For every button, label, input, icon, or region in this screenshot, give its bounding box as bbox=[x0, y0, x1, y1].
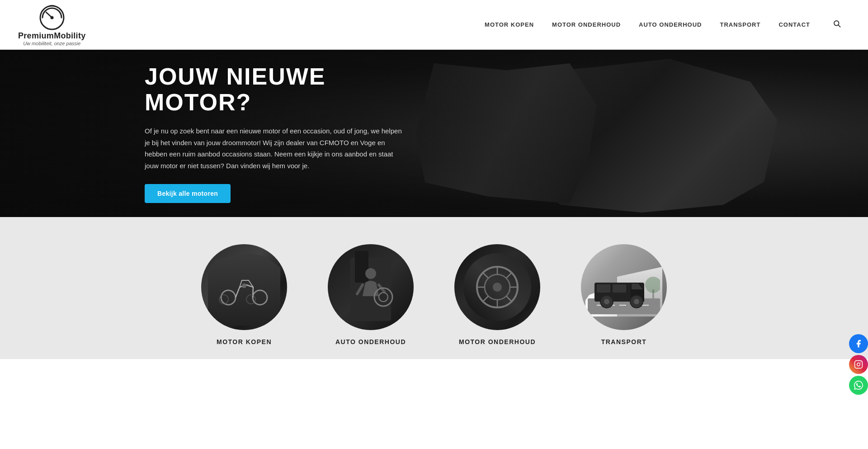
service-circle-motor bbox=[454, 244, 540, 330]
facebook-button[interactable] bbox=[849, 334, 868, 353]
hero-cta-button[interactable]: Bekijk alle motoren bbox=[145, 184, 231, 203]
service-label-auto: AUTO ONDERHOUD bbox=[335, 338, 406, 345]
logo-icon bbox=[36, 3, 68, 30]
search-button[interactable] bbox=[833, 19, 841, 30]
hero-section: JOUW NIEUWE MOTOR? Of je nu op zoek bent… bbox=[0, 50, 868, 217]
svg-point-1 bbox=[50, 16, 53, 19]
service-label-motor: MOTOR ONDERHOUD bbox=[459, 338, 536, 345]
svg-line-19 bbox=[483, 273, 488, 278]
services-section: MOTOR KOPEN AUTO ONDERHOUD bbox=[0, 217, 868, 359]
svg-point-9 bbox=[365, 268, 376, 279]
motor-onderhoud-icon bbox=[470, 260, 524, 314]
nav-motor-onderhoud[interactable]: MOTOR ONDERHOUD bbox=[552, 21, 621, 28]
svg-line-20 bbox=[506, 296, 512, 302]
svg-line-21 bbox=[506, 273, 512, 278]
svg-point-6 bbox=[242, 284, 246, 288]
service-item-motor[interactable]: MOTOR ONDERHOUD bbox=[452, 244, 542, 345]
facebook-icon bbox=[854, 339, 863, 348]
svg-line-22 bbox=[483, 296, 488, 302]
logo-tagline: Uw mobiliteit, onze passie bbox=[23, 41, 80, 46]
svg-rect-33 bbox=[652, 289, 654, 298]
transport-icon bbox=[588, 260, 660, 314]
service-item-auto[interactable]: AUTO ONDERHOUD bbox=[326, 244, 416, 345]
svg-line-3 bbox=[838, 25, 840, 27]
svg-rect-34 bbox=[855, 361, 863, 369]
hero-content: JOUW NIEUWE MOTOR? Of je nu op zoek bent… bbox=[0, 64, 407, 203]
svg-point-35 bbox=[857, 363, 860, 366]
logo-link[interactable]: PremiumMobility Uw mobiliteit, onze pass… bbox=[18, 3, 86, 46]
service-label-motorcycles: MOTOR KOPEN bbox=[217, 338, 272, 345]
service-item-transport[interactable]: TRANSPORT bbox=[579, 244, 669, 345]
whatsapp-icon bbox=[854, 381, 863, 390]
site-header: PremiumMobility Uw mobiliteit, onze pass… bbox=[0, 0, 868, 50]
nav-motor-kopen[interactable]: MOTOR KOPEN bbox=[485, 21, 534, 28]
service-label-transport: TRANSPORT bbox=[601, 338, 647, 345]
motorcycles-icon bbox=[217, 267, 271, 307]
instagram-icon bbox=[854, 360, 863, 369]
svg-point-11 bbox=[379, 293, 388, 302]
logo-name: PremiumMobility bbox=[18, 31, 86, 41]
svg-rect-26 bbox=[597, 284, 610, 293]
svg-rect-27 bbox=[613, 284, 626, 293]
svg-point-31 bbox=[634, 299, 639, 304]
service-circle-auto bbox=[328, 244, 414, 330]
services-grid: MOTOR KOPEN AUTO ONDERHOUD bbox=[140, 244, 728, 345]
search-icon bbox=[833, 19, 841, 28]
svg-point-8 bbox=[246, 295, 255, 304]
service-circle-motorcycles bbox=[201, 244, 287, 330]
main-nav: MOTOR KOPEN MOTOR ONDERHOUD AUTO ONDERHO… bbox=[485, 19, 841, 30]
nav-auto-onderhoud[interactable]: AUTO ONDERHOUD bbox=[639, 21, 702, 28]
svg-point-36 bbox=[860, 362, 861, 363]
social-bar bbox=[849, 334, 868, 395]
service-circle-transport bbox=[581, 244, 667, 330]
hero-body: Of je nu op zoek bent naar een nieuwe mo… bbox=[145, 125, 402, 171]
svg-point-14 bbox=[493, 283, 502, 292]
whatsapp-button[interactable] bbox=[849, 376, 868, 395]
instagram-button[interactable] bbox=[849, 355, 868, 374]
nav-contact[interactable]: CONTACT bbox=[778, 21, 810, 28]
service-item-motorcycles[interactable]: MOTOR KOPEN bbox=[199, 244, 289, 345]
svg-point-29 bbox=[604, 299, 609, 304]
nav-transport[interactable]: TRANSPORT bbox=[720, 21, 761, 28]
hero-title: JOUW NIEUWE MOTOR? bbox=[145, 64, 407, 115]
auto-onderhoud-icon bbox=[344, 260, 398, 314]
